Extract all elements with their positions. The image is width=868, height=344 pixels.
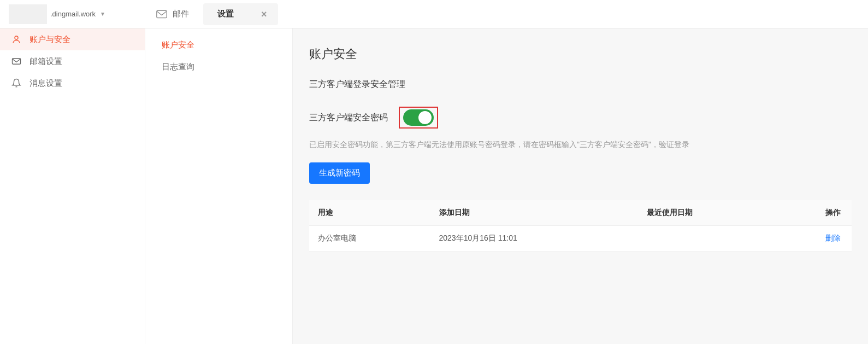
toggle-row: 三方客户端安全密码 (309, 107, 852, 129)
col-last-used: 最近使用日期 (638, 200, 776, 226)
content-area: 账户安全 三方客户端登录安全管理 三方客户端安全密码 已启用安全密码功能，第三方… (293, 28, 868, 344)
toggle-highlight-box (399, 107, 438, 129)
toggle-label: 三方客户端安全密码 (309, 112, 388, 124)
cell-usage: 办公室电脑 (309, 226, 430, 252)
sidebar-item-label: 邮箱设置 (29, 56, 62, 67)
subnav-account-security[interactable]: 账户安全 (145, 34, 292, 56)
sidebar-left: 账户与安全 邮箱设置 消息设置 (0, 28, 145, 344)
svg-rect-2 (13, 59, 21, 65)
generate-password-button[interactable]: 生成新密码 (309, 162, 370, 184)
tab-mail[interactable]: 邮件 (142, 0, 203, 28)
sidebar-item-notification-settings[interactable]: 消息设置 (0, 72, 145, 94)
subnav-log-query[interactable]: 日志查询 (145, 56, 292, 78)
password-table: 用途 添加日期 最近使用日期 操作 办公室电脑 2023年10月16日 11:0… (309, 200, 852, 252)
sidebar-item-label: 消息设置 (29, 78, 62, 89)
cell-action: 删除 (776, 226, 852, 252)
tab-settings-label: 设置 (217, 9, 234, 19)
delete-link[interactable]: 删除 (825, 234, 841, 242)
svg-point-1 (15, 36, 18, 39)
subnav-item-label: 账户安全 (162, 40, 194, 50)
table-row: 办公室电脑 2023年10月16日 11:01 删除 (309, 226, 852, 252)
tabs-area: 邮件 设置 × (142, 0, 278, 28)
bell-icon (11, 78, 22, 89)
hint-text: 已启用安全密码功能，第三方客户端无法使用原账号密码登录，请在密码框输入"三方客户… (309, 138, 852, 150)
sidebar-item-account-security[interactable]: 账户与安全 (0, 28, 145, 50)
cell-added: 2023年10月16日 11:01 (430, 226, 639, 252)
section-title: 三方客户端登录安全管理 (309, 79, 852, 90)
domain-text: .dingmail.work (50, 10, 96, 18)
cell-last-used (638, 226, 776, 252)
svg-rect-0 (157, 10, 167, 18)
subnav-item-label: 日志查询 (162, 62, 194, 72)
page-title: 账户安全 (309, 46, 852, 62)
top-bar: .dingmail.work ▼ 邮件 设置 × (0, 0, 868, 28)
tab-settings[interactable]: 设置 × (203, 3, 278, 25)
table-header-row: 用途 添加日期 最近使用日期 操作 (309, 200, 852, 226)
sidebar-item-mailbox-settings[interactable]: 邮箱设置 (0, 50, 145, 72)
close-icon[interactable]: × (261, 9, 267, 19)
logo-placeholder (9, 4, 47, 24)
account-selector[interactable]: .dingmail.work ▼ (4, 4, 142, 24)
user-icon (11, 34, 22, 45)
col-added: 添加日期 (430, 200, 639, 226)
sidebar-item-label: 账户与安全 (29, 34, 70, 45)
tab-mail-label: 邮件 (173, 9, 189, 19)
mailbox-icon (11, 56, 22, 67)
col-action: 操作 (776, 200, 852, 226)
chevron-down-icon: ▼ (100, 11, 105, 17)
mail-icon (156, 10, 167, 19)
sidebar-mid: 账户安全 日志查询 (145, 28, 293, 344)
col-usage: 用途 (309, 200, 430, 226)
toggle-knob (418, 111, 432, 124)
third-party-password-toggle[interactable] (403, 109, 434, 126)
